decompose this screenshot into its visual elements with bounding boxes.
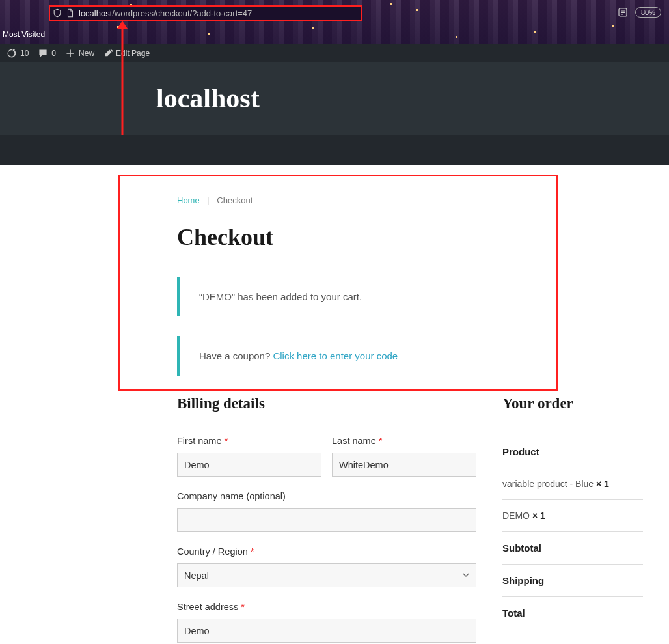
most-visited-link[interactable]: Most Visited [3,30,45,39]
page-icon [66,8,75,18]
breadcrumb: Home | Checkout [177,195,643,205]
street-label: Street address * [177,602,476,612]
street-field-wrap: Street address * [177,602,476,643]
url-text: localhost/wordpress/checkout/?add-to-car… [79,8,252,18]
total-row: Total [502,597,643,629]
notice-text: “DEMO” has been added to your cart. [199,291,362,302]
checkout-columns: Billing details First name * Last name *… [177,395,643,644]
product-qty: × 1 [532,511,545,521]
adminbar-comments[interactable]: 0 [38,48,56,59]
coupon-prompt: Have a coupon? [199,350,273,361]
adminbar-updates[interactable]: 10 [7,48,29,59]
adminbar-edit[interactable]: Edit Page [103,49,150,58]
order-product-header: Product [502,436,643,468]
order-column: Your order Product variable product - Bl… [502,395,643,644]
zoom-level[interactable]: 80% [635,7,661,18]
coupon-notice: Have a coupon? Click here to enter your … [177,336,643,376]
wp-admin-bar: 10 0 New Edit Page [0,44,669,62]
subtotal-row: Subtotal [502,532,643,565]
sub-header [0,135,669,165]
coupon-toggle-link[interactable]: Click here to enter your code [273,350,398,361]
url-host: localhost [79,8,112,18]
new-label: New [79,49,94,58]
first-name-field-wrap: First name * [177,436,321,477]
country-field-wrap: Country / Region * Nepal [177,546,476,587]
product-name: DEMO [502,511,532,521]
table-row: variable product - Blue × 1 [502,468,643,500]
first-name-input[interactable] [177,453,321,477]
content: Home | Checkout Checkout “DEMO” has been… [0,165,669,644]
street-input[interactable] [177,619,476,643]
company-label: Company name (optional) [177,491,476,501]
breadcrumb-current: Checkout [217,195,253,205]
required-mark: * [225,436,228,446]
required-mark: * [379,436,383,446]
site-title[interactable]: localhost [156,83,260,114]
breadcrumb-separator: | [207,195,209,205]
required-mark: * [241,602,245,612]
last-name-label: Last name * [332,436,476,446]
edit-label: Edit Page [116,49,150,58]
order-heading: Your order [502,395,643,412]
product-name: variable product - Blue [502,479,596,489]
shield-icon[interactable] [53,8,62,18]
country-label: Country / Region * [177,546,476,557]
main: Home | Checkout Checkout “DEMO” has been… [177,165,643,644]
last-name-field-wrap: Last name * [332,436,476,477]
product-qty: × 1 [596,479,609,489]
billing-column: Billing details First name * Last name *… [177,395,476,644]
reader-view-icon[interactable] [617,7,629,18]
order-table: Product variable product - Blue × 1 DEMO… [502,436,643,629]
table-row: DEMO × 1 [502,500,643,532]
company-input[interactable] [177,508,476,532]
billing-heading: Billing details [177,395,476,412]
last-name-input[interactable] [332,453,476,477]
adminbar-new[interactable]: New [65,48,94,59]
url-path: /wordpress/checkout/?add-to-cart=47 [112,8,252,18]
first-name-label: First name * [177,436,321,446]
url-bar[interactable]: localhost/wordpress/checkout/?add-to-car… [49,5,362,21]
breadcrumb-home[interactable]: Home [177,195,200,205]
site-header: localhost [0,62,669,135]
comments-count: 0 [51,49,56,58]
updates-count: 10 [20,49,29,58]
country-select[interactable]: Nepal [177,563,476,587]
zoom-controls: 80% [617,7,661,18]
company-field-wrap: Company name (optional) [177,491,476,532]
page-title: Checkout [177,223,643,251]
cart-added-notice: “DEMO” has been added to your cart. [177,277,643,316]
browser-chrome: localhost/wordpress/checkout/?add-to-car… [0,0,669,44]
required-mark: * [251,546,254,557]
shipping-row: Shipping [502,565,643,597]
